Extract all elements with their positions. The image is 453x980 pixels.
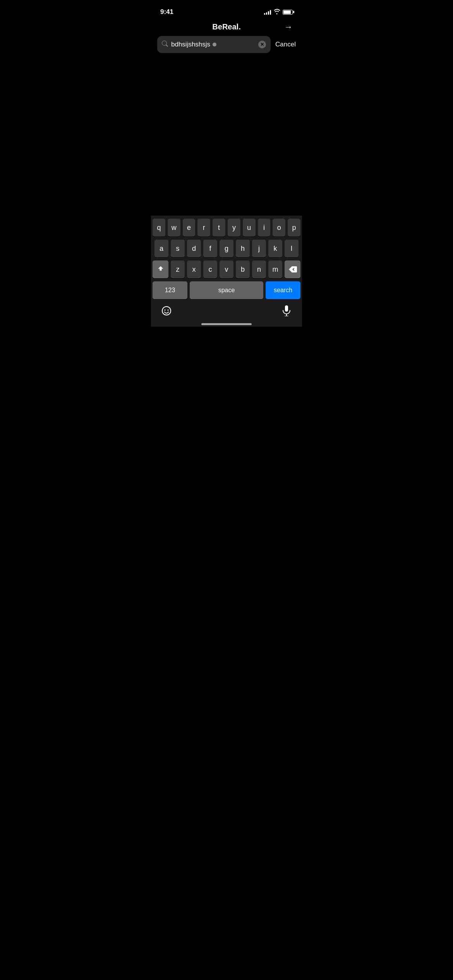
key-f[interactable]: f — [203, 240, 217, 257]
app-title: BeReal. — [212, 22, 240, 31]
key-o[interactable]: o — [273, 219, 285, 236]
key-x[interactable]: x — [187, 260, 201, 278]
space-key[interactable]: space — [190, 281, 263, 299]
text-cursor — [213, 43, 216, 46]
search-clear-button[interactable]: ✕ — [258, 41, 266, 48]
key-v[interactable]: v — [220, 260, 233, 278]
header-arrow-button[interactable]: → — [284, 22, 293, 32]
key-n[interactable]: n — [252, 260, 266, 278]
key-g[interactable]: g — [220, 240, 233, 257]
key-y[interactable]: y — [228, 219, 240, 236]
key-p[interactable]: p — [288, 219, 300, 236]
dictation-key[interactable] — [279, 304, 294, 318]
svg-rect-3 — [285, 305, 288, 312]
key-q[interactable]: q — [153, 219, 165, 236]
key-e[interactable]: e — [183, 219, 196, 236]
key-m[interactable]: m — [268, 260, 282, 278]
status-time: 9:41 — [160, 8, 173, 16]
delete-key[interactable] — [285, 260, 300, 278]
key-s[interactable]: s — [171, 240, 185, 257]
key-r[interactable]: r — [197, 219, 210, 236]
key-w[interactable]: w — [168, 219, 180, 236]
key-j[interactable]: j — [252, 240, 266, 257]
keyboard-row-2: a s d f g h j k l — [153, 240, 300, 257]
numbers-key[interactable]: 123 — [153, 281, 187, 299]
search-bar[interactable]: bdhsijshshsjs ✕ — [157, 36, 271, 53]
svg-point-1 — [165, 310, 166, 311]
app-header: BeReal. → — [151, 19, 302, 36]
svg-point-2 — [168, 310, 169, 311]
wifi-icon — [273, 9, 280, 15]
search-icon — [162, 41, 168, 48]
key-b[interactable]: b — [236, 260, 250, 278]
keyboard-bottom-row — [153, 302, 300, 321]
search-key[interactable]: search — [266, 281, 300, 299]
cancel-button[interactable]: Cancel — [275, 41, 296, 48]
home-bar — [201, 323, 252, 325]
status-bar: 9:41 — [151, 0, 302, 19]
keyboard-row-3: z x c v b n m — [153, 260, 300, 278]
battery-icon — [283, 10, 293, 15]
emoji-key[interactable] — [159, 304, 174, 318]
svg-point-0 — [162, 307, 171, 315]
home-indicator — [153, 321, 300, 327]
key-d[interactable]: d — [187, 240, 201, 257]
key-k[interactable]: k — [268, 240, 282, 257]
search-input-value[interactable]: bdhsijshshsjs — [171, 41, 255, 48]
key-c[interactable]: c — [203, 260, 217, 278]
key-h[interactable]: h — [236, 240, 250, 257]
status-icons — [264, 9, 293, 15]
search-container: bdhsijshshsjs ✕ Cancel — [151, 36, 302, 53]
key-l[interactable]: l — [285, 240, 299, 257]
key-t[interactable]: t — [213, 219, 225, 236]
content-area — [151, 56, 302, 242]
key-z[interactable]: z — [171, 260, 185, 278]
key-i[interactable]: i — [258, 219, 271, 236]
key-a[interactable]: a — [154, 240, 168, 257]
keyboard-row-1: q w e r t y u i o p — [153, 219, 300, 236]
clear-x-icon: ✕ — [260, 42, 264, 47]
shift-key[interactable] — [153, 260, 168, 278]
keyboard: q w e r t y u i o p a s d f g h j k l z … — [151, 216, 302, 327]
signal-bars-icon — [264, 9, 271, 15]
key-u[interactable]: u — [243, 219, 256, 236]
keyboard-row-4: 123 space search — [153, 281, 300, 299]
